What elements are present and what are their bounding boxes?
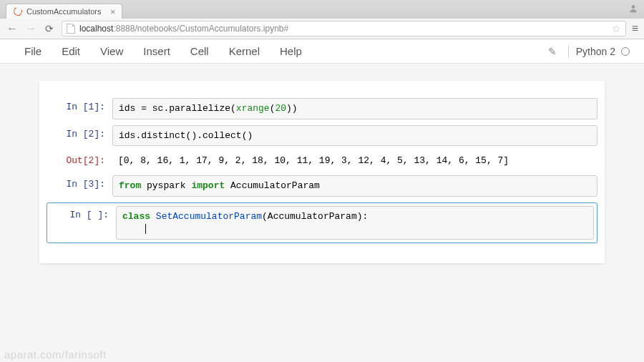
kernel-indicator[interactable]: Python 2 [576,46,630,57]
text-cursor [145,224,146,234]
notebook-page: In [1]:ids = sc.parallelize(xrange(20))I… [0,64,644,292]
menu-view[interactable]: View [90,45,133,57]
output-prompt: Out[2]: [47,152,112,170]
url-port: :8888 [113,24,135,34]
browser-tab[interactable]: CustomAccumulators × [6,4,122,19]
back-button[interactable]: ← [6,22,19,35]
edit-mode-icon[interactable]: ✎ [548,46,557,57]
code-input[interactable]: class SetAccumulatorParam(AccumulatorPar… [116,206,594,240]
reload-button[interactable]: ⟳ [43,23,56,34]
kernel-status-icon [621,47,630,56]
notebook-area: File Edit View Insert Cell Kernel Help ✎… [0,39,644,292]
url-host: localhost [79,24,113,34]
page-icon [67,24,75,34]
menu-file[interactable]: File [14,45,52,57]
close-tab-icon[interactable]: × [110,6,116,17]
code-input[interactable]: from pyspark import AccumulatorParam [112,175,597,197]
cell-body: class SetAccumulatorParam(AccumulatorPar… [116,206,594,240]
bookmark-star-icon[interactable]: ☆ [612,23,621,34]
kernel-name: Python 2 [576,46,615,57]
divider [568,45,569,58]
nav-bar: ← → ⟳ localhost:8888/notebooks/CustomAcc… [0,19,644,39]
menu-help[interactable]: Help [270,45,312,57]
input-prompt: In [1]: [47,98,112,119]
menu-kernel[interactable]: Kernel [219,45,270,57]
code-cell[interactable]: In [1]:ids = sc.parallelize(xrange(20)) [47,98,597,119]
cell-body: ids.distinct().collect() [112,125,597,147]
tab-bar: CustomAccumulators × [0,0,644,19]
code-cell[interactable]: In [2]:ids.distinct().collect() [47,125,597,147]
menu-edit[interactable]: Edit [52,45,90,57]
code-cell[interactable]: In [ ]:class SetAccumulatorParam(Accumul… [47,202,597,243]
url-path: /notebooks/CustomAccumulators.ipynb# [135,24,288,34]
code-input[interactable]: ids.distinct().collect() [112,125,597,147]
code-input[interactable]: ids = sc.parallelize(xrange(20)) [112,98,597,119]
input-prompt: In [ ]: [50,206,116,240]
watermark-text: aparat.com/farinsoft [4,348,107,361]
forward-button: → [24,22,37,35]
jupyter-favicon [12,6,23,16]
input-prompt: In [2]: [47,125,112,147]
cell-body: ids = sc.parallelize(xrange(20)) [112,98,597,119]
output-row: Out[2]:[0, 8, 16, 1, 17, 9, 2, 18, 10, 1… [47,152,597,170]
menu-insert[interactable]: Insert [133,45,180,57]
browser-chrome: CustomAccumulators × ← → ⟳ localhost:888… [0,0,644,39]
notebook-container: In [1]:ids = sc.parallelize(xrange(20))I… [39,81,605,263]
tab-title: CustomAccumulators [26,7,102,16]
chrome-profile-icon[interactable] [627,2,640,15]
jupyter-menubar: File Edit View Insert Cell Kernel Help ✎… [0,39,644,64]
code-cell[interactable]: In [3]:from pyspark import AccumulatorPa… [47,175,597,197]
chrome-menu-icon[interactable]: ≡ [632,22,638,35]
menu-cell[interactable]: Cell [180,45,219,57]
address-bar[interactable]: localhost:8888/notebooks/CustomAccumulat… [62,21,626,36]
svg-point-0 [632,5,635,9]
input-prompt: In [3]: [47,175,112,197]
cell-body: from pyspark import AccumulatorParam [112,175,597,197]
output-text: [0, 8, 16, 1, 17, 9, 2, 18, 10, 11, 19, … [112,152,597,170]
